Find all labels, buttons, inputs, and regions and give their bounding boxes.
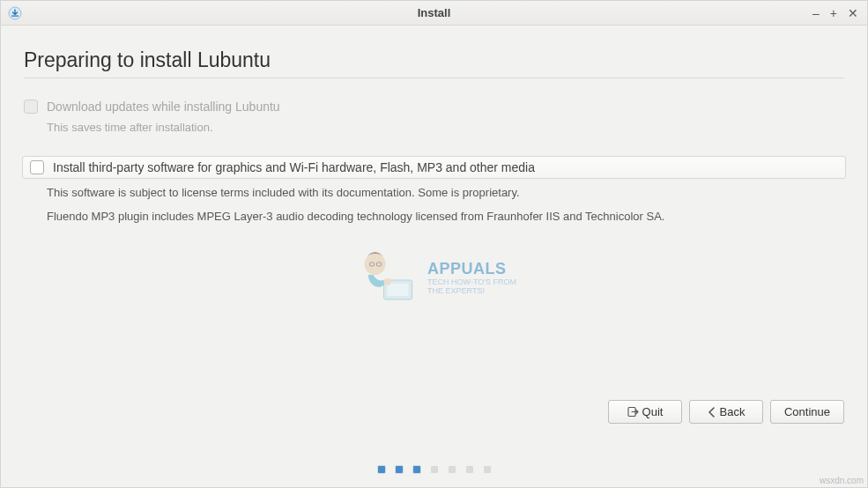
step-dot-1: [378, 466, 385, 473]
close-button[interactable]: ✕: [848, 7, 858, 19]
thirdparty-row[interactable]: Install third-party software for graphic…: [22, 156, 846, 179]
titlebar: Install – + ✕: [1, 1, 867, 26]
watermark-brand: APPUALS: [427, 260, 516, 278]
svg-point-7: [383, 278, 390, 285]
desc-thirdparty-1: This software is subject to license term…: [47, 184, 844, 202]
continue-button[interactable]: Continue: [770, 400, 844, 424]
watermark-tagline-2: THE EXPERTS!: [427, 287, 516, 296]
svg-rect-3: [387, 284, 408, 296]
label-thirdparty: Install third-party software for graphic…: [53, 160, 535, 174]
progress-indicator: [1, 466, 867, 473]
step-dot-4: [431, 466, 438, 473]
back-button[interactable]: Back: [689, 400, 763, 424]
install-window: Install – + ✕ Preparing to install Lubun…: [0, 0, 868, 488]
option-thirdparty: Install third-party software for graphic…: [24, 156, 844, 226]
window-title: Install: [1, 6, 867, 19]
option-download-updates: Download updates while installing Lubunt…: [24, 100, 844, 137]
label-download-updates: Download updates while installing Lubunt…: [47, 100, 280, 114]
step-dot-7: [484, 466, 491, 473]
window-controls: – + ✕: [812, 7, 867, 19]
svg-rect-2: [383, 280, 412, 299]
page-title: Preparing to install Lubuntu: [24, 48, 844, 72]
quit-icon: [627, 406, 639, 418]
svg-rect-1: [11, 15, 19, 16]
svg-rect-5: [369, 262, 374, 266]
app-icon: [8, 6, 22, 20]
desc-thirdparty-2: Fluendo MP3 plugin includes MPEG Layer-3…: [47, 208, 844, 226]
source-label: wsxdn.com: [820, 476, 864, 485]
quit-button[interactable]: Quit: [608, 400, 682, 424]
svg-point-4: [364, 254, 385, 275]
step-dot-5: [449, 466, 456, 473]
button-row: Quit Back Continue: [608, 400, 844, 424]
back-icon: [708, 407, 716, 418]
minimize-button[interactable]: –: [812, 7, 820, 19]
step-dot-2: [396, 466, 403, 473]
back-label: Back: [720, 405, 746, 418]
svg-rect-6: [376, 262, 381, 266]
checkbox-download-updates: [24, 100, 38, 114]
maximize-button[interactable]: +: [830, 7, 837, 19]
quit-label: Quit: [642, 405, 664, 418]
step-dot-3: [413, 466, 420, 473]
watermark-mascot-icon: [352, 241, 422, 314]
watermark-logo: APPUALS TECH HOW-TO'S FROM THE EXPERTS!: [352, 241, 516, 314]
desc-download-updates: This saves time after installation.: [47, 119, 844, 137]
step-dot-6: [466, 466, 473, 473]
content-area: Preparing to install Lubuntu Download up…: [1, 26, 867, 487]
watermark-tagline-1: TECH HOW-TO'S FROM: [427, 278, 516, 287]
divider: [24, 78, 844, 78]
continue-label: Continue: [784, 405, 830, 418]
checkbox-thirdparty[interactable]: [30, 160, 44, 174]
